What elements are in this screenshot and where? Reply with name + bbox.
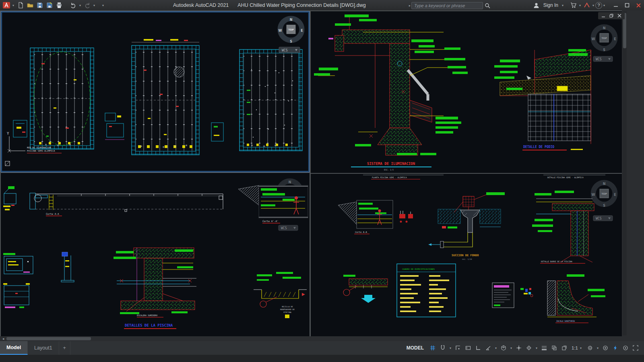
detail-side-right[interactable] [211, 123, 223, 141]
wcs-selector[interactable]: WCS [593, 56, 613, 62]
compass-north-label[interactable]: N [603, 182, 606, 186]
compass-west-label[interactable]: W [592, 37, 595, 41]
lighting-system-detail[interactable]: SISTEMA DE ILUMINACION ESC. 1:5 [314, 14, 468, 171]
polar-tracking-toggle[interactable] [484, 343, 493, 353]
section-corte-a1a1[interactable]: Corte A'-A' [238, 185, 308, 223]
isolate-objects-toggle[interactable] [621, 343, 630, 353]
open-folder-icon[interactable] [25, 1, 35, 9]
graphics-performance-toggle[interactable] [611, 343, 620, 353]
detail-cluster-1[interactable] [3, 253, 33, 274]
viewport-suction-details[interactable]: PLANTA PISCINA SEMI - OLIMPICA DETALLE P… [311, 174, 622, 336]
object-snap-tracking-toggle[interactable] [514, 343, 523, 353]
tab-model[interactable]: Model [0, 341, 28, 355]
autodesk-app-icon[interactable] [582, 1, 591, 9]
isometric-drafting-toggle[interactable] [499, 343, 508, 353]
pool-plan-right[interactable] [239, 49, 302, 151]
view-cube-compass[interactable]: NSWETOP [592, 27, 616, 52]
small-section-corte-aa[interactable]: Corte A-A [338, 200, 393, 234]
save-icon[interactable] [35, 1, 44, 9]
podium-detail[interactable]: DETALLE DE PODIO [494, 49, 591, 150]
wcs-selector[interactable]: WCS [593, 216, 613, 221]
redo-caret-icon[interactable]: ▾ [92, 4, 96, 7]
compass-east-label[interactable]: E [614, 37, 616, 41]
close-window-icon[interactable] [633, 0, 644, 10]
detail-mini-topleft[interactable] [3, 186, 16, 210]
tab-layout1[interactable]: Layout1 [28, 341, 59, 355]
search-icon[interactable] [483, 2, 492, 10]
infer-constraints-toggle[interactable] [454, 343, 462, 353]
search-input[interactable] [411, 2, 483, 9]
new-layout-button[interactable]: + [59, 341, 70, 355]
horizontal-scrollbar[interactable]: ◂ [0, 336, 644, 341]
beam-drain-detail[interactable] [343, 275, 388, 303]
search-collapse-caret-icon[interactable]: ▾ [408, 4, 411, 8]
plot-icon[interactable] [54, 1, 64, 9]
annotation-scale-control[interactable]: 1:1 ▾ [570, 346, 584, 350]
compass-west-label[interactable]: W [592, 193, 595, 197]
cart-caret-icon[interactable]: ▾ [578, 4, 582, 7]
pool-edge-detail[interactable]: DETALLE BORDE DE LA PISCINA [532, 191, 594, 263]
scale-caret-icon[interactable]: ▾ [579, 346, 583, 350]
view-cube-compass[interactable]: NSWETOP [592, 182, 616, 208]
clean-screen-toggle[interactable] [631, 343, 640, 353]
ucs-icon[interactable]: Y [5, 132, 25, 166]
redo-icon[interactable] [83, 1, 92, 9]
osnap-caret-icon[interactable]: ▾ [535, 346, 539, 350]
wcs-selector[interactable]: WCS [279, 225, 298, 230]
detail-side-left[interactable] [13, 120, 27, 137]
detail-between-pools[interactable] [105, 113, 124, 140]
valve-symbols[interactable] [399, 211, 413, 223]
polar-caret-icon[interactable]: ▾ [494, 346, 498, 350]
compass-west-label[interactable]: W [279, 29, 282, 33]
snap-mode-toggle[interactable] [438, 343, 447, 353]
bottom-suction-detail[interactable]: SUCCION DE FONDO esc. 1/10 [428, 192, 505, 260]
detail-cluster-2[interactable] [61, 252, 74, 282]
sign-in-button[interactable]: Sign In [541, 2, 561, 8]
selection-cycling-toggle[interactable] [560, 343, 569, 353]
save-as-icon[interactable] [45, 1, 54, 9]
help-icon[interactable]: ? [595, 2, 602, 9]
ortho-mode-toggle[interactable] [474, 343, 483, 353]
sanitary-cove-detail[interactable]: ZOCALO SANITARIO [547, 274, 605, 323]
autocad-logo-icon[interactable] [2, 1, 11, 9]
mini-symbol-cluster[interactable] [520, 288, 533, 297]
compass-south-label[interactable]: S [603, 204, 605, 208]
compass-south-label[interactable]: S [603, 48, 605, 52]
scroll-left-arrow-icon[interactable]: ◂ [0, 337, 6, 341]
new-file-icon[interactable] [16, 1, 25, 9]
legend-table[interactable] [492, 283, 514, 308]
pool-plan-left[interactable] [30, 48, 94, 149]
viewport-pool-details[interactable]: NSWETOP Cor [1, 173, 310, 336]
compass-east-label[interactable]: E [614, 193, 616, 197]
minimize-window-icon[interactable] [610, 0, 621, 10]
view-cube-compass[interactable]: NSWETOP [279, 18, 303, 43]
detail-cluster-3[interactable] [3, 283, 30, 308]
undo-caret-icon[interactable]: ▾ [78, 4, 82, 7]
compass-north-label[interactable]: N [290, 18, 293, 22]
help-caret-icon[interactable]: ▾ [602, 4, 606, 7]
isodraft-caret-icon[interactable]: ▾ [509, 346, 513, 350]
doc-close-icon[interactable] [616, 13, 623, 19]
maximize-window-icon[interactable] [621, 0, 633, 10]
long-section-corte-aa[interactable]: Corte A-A [30, 193, 223, 216]
compass-north-label[interactable]: N [603, 27, 606, 30]
user-icon[interactable] [532, 1, 541, 9]
model-space-indicator[interactable]: MODEL [403, 345, 427, 351]
compass-south-label[interactable]: S [290, 40, 292, 43]
wcs-selector[interactable]: WCS [279, 47, 300, 53]
app-store-cart-icon[interactable] [569, 1, 578, 9]
horizontal-scrollbar-thumb[interactable] [6, 337, 91, 340]
viewport-lighting-section[interactable]: SISTEMA DE ILUMINACION ESC. 1:5 [311, 11, 622, 173]
dynamic-input-toggle[interactable] [464, 343, 473, 353]
annotation-monitor-toggle[interactable] [601, 343, 610, 353]
undo-icon[interactable] [68, 1, 78, 9]
gutter-grate-detail[interactable]: REJILLA DE REBOSADERO DE PISCINA [254, 272, 307, 318]
snap-caret-icon[interactable]: ▾ [448, 346, 452, 350]
specifications-table[interactable]: CUADRO DE ESPECIFICACIONES [397, 264, 456, 317]
workspace-switching-gear-icon[interactable] [586, 343, 594, 353]
compass-north-label[interactable]: N [289, 181, 291, 184]
wall-section-detail[interactable]: ESCALERA SUMIDERO [114, 248, 196, 317]
grid-display-toggle[interactable] [428, 343, 437, 353]
pool-plan-center[interactable] [132, 39, 199, 155]
lineweight-toggle[interactable] [540, 343, 549, 353]
